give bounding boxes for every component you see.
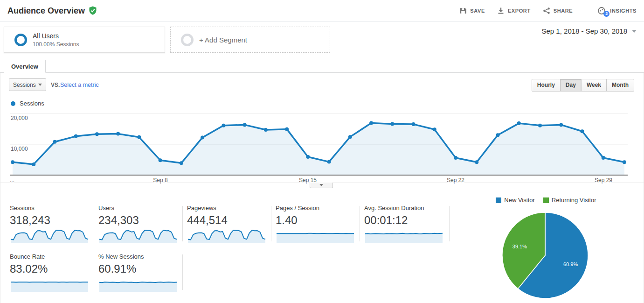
granularity-hourly-button[interactable]: Hourly bbox=[532, 79, 561, 92]
metric-value: 318,243 bbox=[10, 214, 91, 227]
returning-visitor-swatch-icon bbox=[543, 197, 549, 203]
verified-shield-icon bbox=[89, 6, 97, 15]
new-visitor-swatch-icon bbox=[496, 197, 501, 203]
column-divider bbox=[449, 206, 450, 241]
insights-button[interactable]: 2 INSIGHTS bbox=[597, 7, 637, 15]
pages-session-sparkline bbox=[276, 229, 355, 244]
metric-label: Users bbox=[98, 204, 180, 211]
add-segment-card[interactable]: + Add Segment bbox=[170, 27, 330, 53]
tab-overview[interactable]: Overview bbox=[4, 60, 46, 73]
export-label: EXPORT bbox=[508, 8, 531, 14]
visitor-pie-legend: New Visitor Returning Visitor bbox=[469, 197, 623, 204]
legend-label: New Visitor bbox=[504, 197, 535, 204]
metric-card-bounce-rate[interactable]: Bounce Rate 83.02% bbox=[10, 253, 91, 292]
metric-label: % New Sessions bbox=[98, 253, 180, 260]
save-icon bbox=[459, 7, 467, 14]
metric-label: Avg. Session Duration bbox=[364, 204, 445, 211]
granularity-buttons: Hourly Day Week Month bbox=[532, 79, 634, 92]
export-button[interactable]: EXPORT bbox=[497, 7, 531, 14]
tab-bar: Overview bbox=[0, 60, 644, 73]
insights-icon: 2 bbox=[597, 7, 607, 15]
pageviews-sparkline bbox=[187, 229, 266, 244]
sessions-line-chart[interactable] bbox=[0, 106, 644, 176]
metric-label: Pageviews bbox=[187, 204, 268, 211]
metric-value: 1.40 bbox=[276, 214, 357, 227]
legend-label: Returning Visitor bbox=[552, 197, 596, 204]
date-range-picker[interactable]: Sep 1, 2018 - Sep 30, 2018 bbox=[542, 27, 637, 39]
vs-label: vs. bbox=[51, 82, 60, 88]
granularity-week-button[interactable]: Week bbox=[581, 79, 607, 92]
top-bar: Audience Overview SAVE bbox=[0, 0, 644, 22]
metric-card-pageviews[interactable]: Pageviews 444,514 bbox=[187, 204, 268, 244]
metric-card-pages-session[interactable]: Pages / Session 1.40 bbox=[276, 204, 357, 244]
y-axis-tick-10000: 10,000 bbox=[11, 146, 28, 152]
metric-label: Sessions bbox=[10, 204, 91, 211]
bounce-rate-sparkline bbox=[10, 277, 89, 292]
metric-card-avg-session-duration[interactable]: Avg. Session Duration 00:01:12 bbox=[364, 204, 445, 244]
share-icon bbox=[543, 7, 550, 14]
chevron-down-icon bbox=[632, 30, 637, 33]
save-label: SAVE bbox=[470, 8, 485, 14]
report-panel: Sessions vs. Select a metric Hourly Day … bbox=[0, 73, 644, 303]
users-sparkline bbox=[98, 229, 178, 244]
segment-donut-icon bbox=[14, 34, 27, 46]
new-sessions-sparkline bbox=[98, 277, 178, 292]
add-segment-label: + Add Segment bbox=[199, 36, 247, 44]
column-divider bbox=[360, 206, 360, 241]
chevron-down-icon bbox=[319, 184, 323, 186]
select-a-metric-link[interactable]: Select a metric bbox=[60, 82, 99, 88]
metric-select-value: Sessions bbox=[13, 82, 36, 88]
annotations-drawer-toggle[interactable] bbox=[310, 183, 333, 188]
svg-text:39.1%: 39.1% bbox=[512, 244, 527, 249]
legend-item-new-visitor[interactable]: New Visitor bbox=[496, 197, 535, 204]
date-range-label: Sep 1, 2018 - Sep 30, 2018 bbox=[542, 27, 627, 35]
audience-overview-page: Audience Overview SAVE bbox=[0, 0, 644, 303]
header-actions: SAVE EXPORT bbox=[447, 6, 637, 16]
metric-value: 234,303 bbox=[98, 214, 180, 227]
insights-badge: 2 bbox=[603, 11, 609, 17]
page-title: Audience Overview bbox=[7, 6, 85, 16]
y-axis-tick-20000: 20,000 bbox=[11, 115, 28, 121]
column-divider bbox=[182, 206, 183, 241]
column-divider bbox=[182, 254, 183, 290]
metric-value: 83.02% bbox=[10, 262, 91, 275]
segment-detail: 100.00% Sessions bbox=[33, 41, 79, 48]
export-icon bbox=[497, 7, 505, 14]
metric-value: 444,514 bbox=[187, 214, 268, 227]
insights-label: INSIGHTS bbox=[610, 8, 637, 14]
metric-value: 60.91% bbox=[98, 262, 180, 275]
metric-card-users[interactable]: Users 234,303 bbox=[98, 204, 180, 244]
sessions-legend: Sessions bbox=[11, 100, 44, 107]
svg-text:60.9%: 60.9% bbox=[563, 261, 578, 267]
share-button[interactable]: SHARE bbox=[543, 7, 573, 14]
granularity-month-button[interactable]: Month bbox=[606, 79, 634, 92]
sessions-legend-label: Sessions bbox=[20, 100, 44, 107]
share-label: SHARE bbox=[554, 8, 573, 14]
actions-divider bbox=[585, 6, 585, 16]
granularity-day-button[interactable]: Day bbox=[560, 79, 582, 92]
sessions-sparkline bbox=[10, 229, 89, 244]
add-segment-donut-icon bbox=[181, 34, 194, 46]
column-divider bbox=[94, 206, 94, 241]
metric-select-dropdown[interactable]: Sessions bbox=[9, 78, 46, 91]
avg-session-duration-sparkline bbox=[364, 229, 443, 244]
metric-card-sessions[interactable]: Sessions 318,243 bbox=[10, 204, 91, 244]
metric-card-new-sessions[interactable]: % New Sessions 60.91% bbox=[98, 253, 180, 292]
visitor-type-pie-chart[interactable]: 60.9%39.1% bbox=[501, 211, 589, 300]
save-button[interactable]: SAVE bbox=[459, 7, 485, 14]
column-divider bbox=[94, 254, 94, 290]
segment-card-all-users[interactable]: All Users 100.00% Sessions bbox=[4, 27, 165, 53]
sessions-legend-dot-icon bbox=[11, 101, 15, 106]
metric-label: Pages / Session bbox=[276, 204, 357, 211]
chevron-down-icon bbox=[38, 84, 42, 86]
metric-value: 00:01:12 bbox=[364, 214, 445, 227]
metric-label: Bounce Rate bbox=[10, 253, 91, 260]
segment-name: All Users bbox=[33, 32, 79, 40]
legend-item-returning-visitor[interactable]: Returning Visitor bbox=[543, 197, 596, 204]
column-divider bbox=[271, 206, 271, 241]
